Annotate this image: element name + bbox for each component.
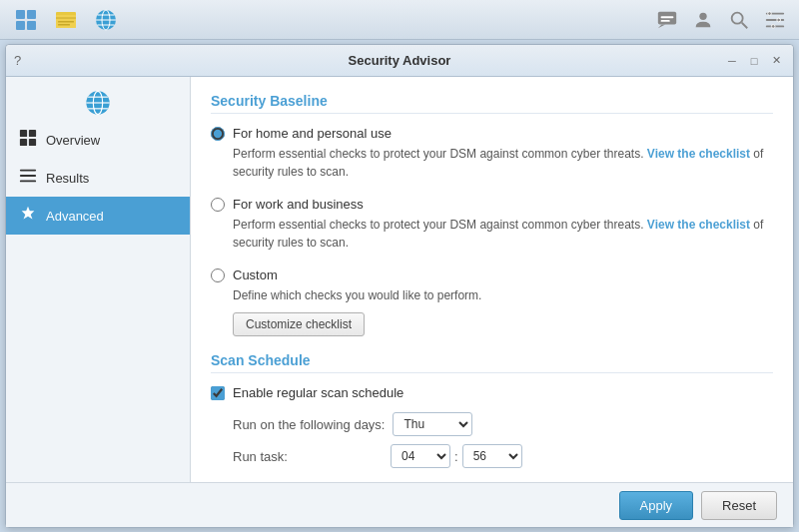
run-task-label: Run task: bbox=[233, 449, 383, 464]
radio-home-input[interactable] bbox=[211, 127, 225, 141]
security-advisor-window: ? Security Advisor ─ □ ✕ bbox=[5, 44, 794, 528]
radio-option-custom: Custom Define which checks you would lik… bbox=[211, 267, 773, 336]
radio-work-description: Perform essential checks to protect your… bbox=[233, 216, 773, 252]
svg-rect-32 bbox=[20, 130, 27, 137]
radio-custom-text: Custom bbox=[233, 267, 278, 282]
svg-point-18 bbox=[699, 12, 706, 19]
svg-rect-25 bbox=[777, 18, 781, 22]
scan-schedule-section: Scan Schedule Enable regular scan schedu… bbox=[211, 352, 773, 468]
sidebar-item-results[interactable]: Results bbox=[6, 159, 190, 197]
svg-marker-15 bbox=[658, 24, 665, 28]
svg-rect-17 bbox=[661, 20, 670, 22]
run-days-select[interactable]: Sun Mon Tue Wed Thu Fri Sat bbox=[393, 412, 472, 436]
time-separator: : bbox=[454, 449, 458, 464]
security-baseline-title: Security Baseline bbox=[211, 93, 773, 114]
svg-rect-1 bbox=[27, 10, 36, 19]
user-taskbar-icon[interactable] bbox=[687, 4, 719, 36]
window-controls: ─ □ ✕ bbox=[723, 52, 785, 70]
svg-rect-3 bbox=[27, 21, 36, 30]
svg-point-19 bbox=[732, 12, 743, 23]
svg-rect-7 bbox=[58, 21, 74, 23]
hour-select[interactable]: 00010203 04050607 08091011 12131415 1617… bbox=[391, 444, 450, 468]
home-checklist-link[interactable]: View the checklist bbox=[647, 147, 750, 161]
svg-rect-8 bbox=[58, 24, 70, 26]
scan-schedule-title: Scan Schedule bbox=[211, 352, 773, 373]
svg-line-20 bbox=[742, 22, 748, 28]
radio-home-description: Perform essential checks to protect your… bbox=[233, 145, 773, 181]
custom-desc-before: Define which checks you would like to pe… bbox=[233, 288, 481, 302]
radio-work-input[interactable] bbox=[211, 198, 225, 212]
close-button[interactable]: ✕ bbox=[767, 52, 785, 70]
run-days-label: Run on the following days: bbox=[233, 417, 385, 432]
enable-schedule-checkbox[interactable] bbox=[211, 386, 225, 400]
reset-button[interactable]: Reset bbox=[701, 491, 777, 520]
radio-work-label[interactable]: For work and business bbox=[211, 197, 773, 212]
run-task-row: Run task: 00010203 04050607 08091011 121… bbox=[233, 444, 773, 468]
radio-option-home: For home and personal use Perform essent… bbox=[211, 126, 773, 181]
svg-rect-38 bbox=[20, 181, 36, 183]
footer: Apply Reset bbox=[6, 482, 793, 527]
radio-custom-input[interactable] bbox=[211, 268, 225, 282]
radio-custom-description: Define which checks you would like to pe… bbox=[233, 286, 773, 304]
enable-schedule-label: Enable regular scan schedule bbox=[233, 385, 403, 400]
taskbar bbox=[0, 0, 799, 40]
sidebar-item-overview[interactable]: Overview bbox=[6, 121, 190, 159]
sidebar: Overview Results Advan bbox=[6, 77, 191, 482]
apply-button[interactable]: Apply bbox=[619, 491, 694, 520]
chat-taskbar-icon[interactable] bbox=[651, 4, 683, 36]
apps-taskbar-icon[interactable] bbox=[8, 2, 44, 38]
home-desc-before: Perform essential checks to protect your… bbox=[233, 147, 644, 161]
run-days-row: Run on the following days: Sun Mon Tue W… bbox=[233, 412, 773, 436]
svg-rect-34 bbox=[20, 139, 27, 146]
radio-option-work: For work and business Perform essential … bbox=[211, 197, 773, 252]
overview-icon bbox=[18, 129, 38, 151]
work-desc-before: Perform essential checks to protect your… bbox=[233, 218, 644, 232]
work-checklist-link[interactable]: View the checklist bbox=[647, 218, 750, 232]
window-title: Security Advisor bbox=[349, 53, 451, 68]
taskbar-right bbox=[651, 4, 791, 36]
svg-rect-24 bbox=[768, 11, 772, 15]
svg-rect-0 bbox=[16, 10, 25, 19]
advanced-icon bbox=[18, 205, 38, 227]
maximize-button[interactable]: □ bbox=[745, 52, 763, 70]
svg-rect-35 bbox=[29, 139, 36, 146]
sidebar-item-advanced[interactable]: Advanced bbox=[6, 197, 190, 235]
minute-select[interactable]: 00051015 20253035 40455056 bbox=[462, 444, 522, 468]
minimize-button[interactable]: ─ bbox=[723, 52, 741, 70]
radio-work-text: For work and business bbox=[233, 197, 364, 212]
svg-rect-33 bbox=[29, 130, 36, 137]
time-selector: 00010203 04050607 08091011 12131415 1617… bbox=[391, 444, 522, 468]
file-manager-taskbar-icon[interactable] bbox=[48, 2, 84, 38]
sidebar-advanced-label: Advanced bbox=[46, 209, 104, 224]
browser-taskbar-icon[interactable] bbox=[88, 2, 124, 38]
radio-custom-label[interactable]: Custom bbox=[211, 267, 773, 282]
settings-taskbar-icon[interactable] bbox=[759, 4, 791, 36]
svg-rect-26 bbox=[771, 24, 775, 28]
svg-rect-22 bbox=[766, 19, 784, 21]
sidebar-overview-label: Overview bbox=[46, 133, 100, 148]
app-logo bbox=[84, 89, 112, 117]
svg-rect-37 bbox=[20, 175, 36, 177]
enable-schedule-row: Enable regular scan schedule bbox=[211, 385, 773, 400]
sidebar-results-label: Results bbox=[46, 171, 89, 186]
customize-checklist-button[interactable]: Customize checklist bbox=[233, 312, 365, 336]
svg-rect-36 bbox=[20, 170, 36, 172]
radio-home-label[interactable]: For home and personal use bbox=[211, 126, 773, 141]
results-icon bbox=[18, 167, 38, 189]
search-taskbar-icon[interactable] bbox=[723, 4, 755, 36]
title-bar: ? Security Advisor ─ □ ✕ bbox=[6, 45, 793, 77]
help-icon[interactable]: ? bbox=[14, 53, 21, 68]
svg-rect-2 bbox=[16, 21, 25, 30]
radio-home-text: For home and personal use bbox=[233, 126, 392, 141]
main-content: Security Baseline For home and personal … bbox=[191, 77, 793, 482]
svg-rect-16 bbox=[661, 16, 674, 18]
window-body: Overview Results Advan bbox=[6, 77, 793, 482]
